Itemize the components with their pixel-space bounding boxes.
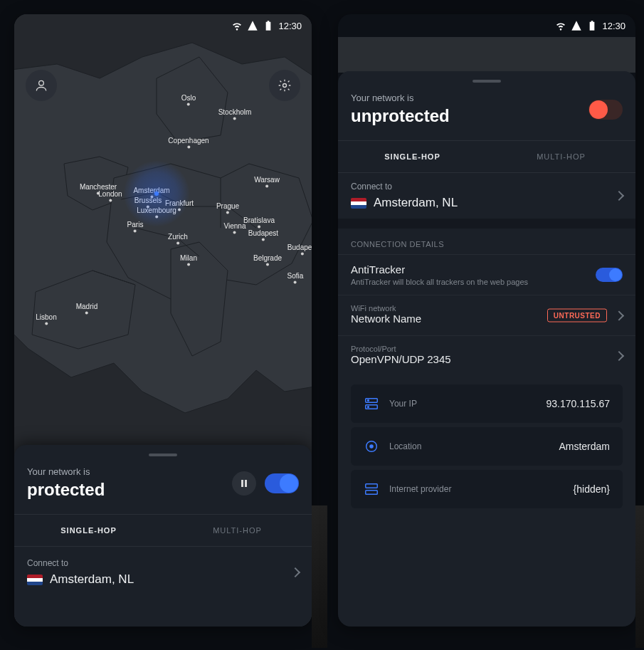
battery-icon [586,20,598,31]
signal-icon [571,20,582,31]
status-time: 12:30 [278,21,302,31]
connection-halo [124,161,189,226]
antitracker-toggle[interactable] [596,268,623,282]
connection-toggle[interactable] [265,473,299,493]
city-label: Zurich [168,233,188,245]
city-label: Budapest [287,243,312,256]
isp-label: Internet provider [389,484,451,494]
protocol-value: OpenVPN/UDP 2345 [351,353,623,365]
ip-card: Your IP 93.170.115.67 [351,384,623,423]
wifi-row[interactable]: WiFi network Network Name UNTRUSTED [338,295,635,335]
hop-tabs: SINGLE-HOP MULTI-HOP [338,141,635,173]
svg-rect-4 [245,480,247,487]
svg-point-7 [368,400,369,402]
antitracker-row: AntiTracker AntiTracker will block all t… [338,254,635,295]
pause-button[interactable] [232,471,256,496]
bottom-panel[interactable]: Your network is protected SINGLE-HOP MUL… [14,445,312,627]
connection-toggle[interactable] [588,100,623,120]
isp-card: Internet provider {hidden} [351,470,623,508]
flag-nl-icon [351,198,366,209]
account-button[interactable] [26,70,57,101]
status-bar: 12:30 [338,14,635,37]
ip-value: 93.170.115.67 [546,398,610,409]
wifi-icon [555,20,566,31]
settings-button[interactable] [269,70,300,101]
city-label: London [98,190,122,202]
network-label: Your network is [27,466,105,477]
chevron-right-icon [290,567,300,577]
city-label: Vienna [224,222,246,234]
tab-single-hop[interactable]: SINGLE-HOP [338,141,487,172]
drag-handle[interactable] [149,454,177,456]
svg-rect-12 [366,491,378,495]
location-label: Location [389,441,421,451]
city-label: Prague [216,202,239,214]
city-label: Lisbon [36,313,56,325]
ip-label: Your IP [389,399,417,409]
gear-icon [278,78,292,93]
connect-location: Amsterdam, NL [374,196,458,210]
svg-rect-3 [241,480,243,487]
drag-handle[interactable] [473,80,501,83]
svg-point-8 [368,407,369,408]
svg-rect-11 [366,484,378,488]
untrusted-badge: UNTRUSTED [547,309,607,323]
city-label: Warsaw [254,176,280,188]
phone-shadow [635,505,644,648]
info-cards: Your IP 93.170.115.67 Location Amsterdam… [338,376,635,521]
section-connection-details: CONNECTION DETAILS [338,229,635,254]
provider-icon [364,481,379,497]
city-label: Belgrade [253,254,282,266]
isp-value: {hidden} [574,483,610,495]
server-icon [364,396,379,412]
city-label: Oslo [181,94,196,106]
network-status-row: Your network is unprotected [338,88,635,141]
hop-tabs: SINGLE-HOP MULTI-HOP [14,515,312,547]
connect-to-row[interactable]: Connect to Amsterdam, NL [14,547,312,601]
chevron-right-icon [614,351,624,361]
phone-right: 12:30 Your network is unprotected SINGLE… [338,14,635,627]
city-label: Stockholm [218,108,252,120]
location-card: Location Amsterdam [351,427,623,466]
svg-point-2 [283,84,287,88]
map-strip [338,37,635,73]
protocol-row[interactable]: Protocol/Port OpenVPN/UDP 2345 [338,335,635,376]
phone-left: OsloStockholmCopenhagenManchesterLondonA… [14,14,312,627]
signal-icon [247,20,258,31]
location-value: Amsterdam [559,441,610,452]
status-time: 12:30 [602,21,625,31]
battery-icon [263,20,274,31]
city-label: Sofia [287,272,304,284]
antitracker-desc: AntiTracker will block all trackers on t… [351,278,623,286]
location-icon [364,439,379,454]
expanded-panel[interactable]: Your network is unprotected SINGLE-HOP M… [338,71,635,627]
antitracker-title: AntiTracker [351,263,623,276]
svg-point-1 [39,80,44,85]
wifi-icon [231,20,243,31]
phone-shadow [312,505,327,648]
connect-to-row[interactable]: Connect to Amsterdam, NL [338,173,635,219]
connect-label: Connect to [27,558,134,568]
connect-location: Amsterdam, NL [50,572,134,587]
pause-icon [240,479,248,488]
city-label: Copenhagen [168,137,208,149]
city-label: Milan [180,254,197,266]
status-bar: 12:30 [14,14,312,37]
network-label: Your network is [351,93,450,103]
city-label: Budapest [248,229,278,241]
chevron-right-icon [614,191,624,201]
tab-multi-hop[interactable]: MULTI-HOP [487,141,635,172]
tab-single-hop[interactable]: SINGLE-HOP [14,515,163,546]
network-status: unprotected [351,106,450,126]
tab-multi-hop[interactable]: MULTI-HOP [163,515,312,546]
city-label: Madrid [76,303,98,315]
protocol-label: Protocol/Port [351,345,623,353]
city-label: Bratislava [243,216,275,229]
chevron-right-icon [614,310,624,320]
svg-point-10 [369,444,374,449]
flag-nl-icon [27,575,43,585]
network-status: protected [27,480,105,500]
person-icon [34,78,48,93]
connect-label: Connect to [351,182,458,192]
network-status-row: Your network is protected [14,462,312,515]
